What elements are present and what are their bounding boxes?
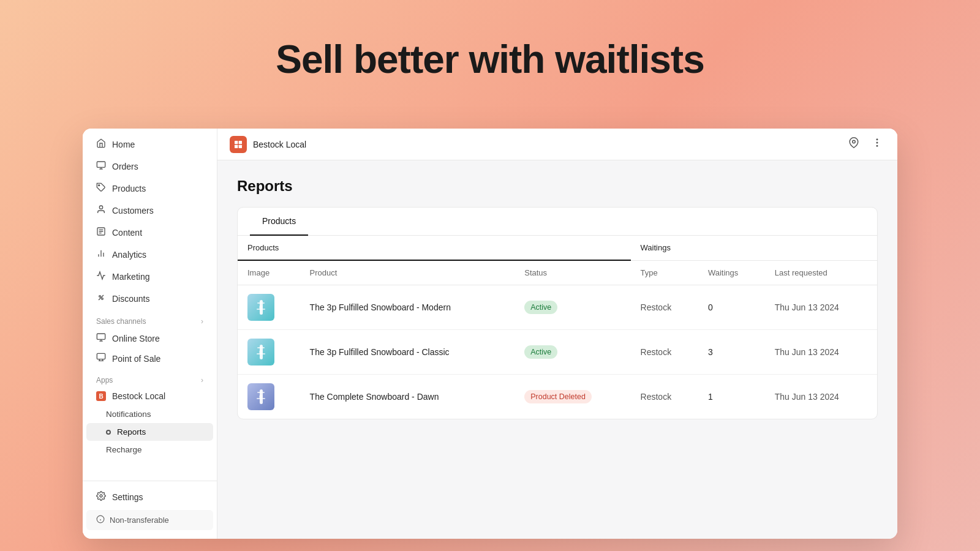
sidebar-bestock-local[interactable]: B Bestock Local xyxy=(86,387,213,405)
sidebar-nav-item-products[interactable]: Products xyxy=(86,178,213,200)
app-logo xyxy=(230,136,247,153)
pin-button[interactable] xyxy=(846,135,862,154)
svg-point-21 xyxy=(259,305,263,309)
sidebar-bottom: Settings Non-transferable xyxy=(83,481,217,539)
table-row[interactable]: The 3p Fulfilled Snowboard - ClassicActi… xyxy=(238,330,877,375)
col-last-requested: Last requested xyxy=(765,260,877,285)
type-cell: Restock xyxy=(631,285,698,330)
svg-rect-19 xyxy=(257,302,265,304)
sidebar-customers-label: Customers xyxy=(112,206,154,216)
svg-point-15 xyxy=(876,139,878,140)
settings-icon xyxy=(96,491,106,503)
sidebar-reports[interactable]: Reports xyxy=(86,423,213,441)
waitings-cell: 3 xyxy=(698,330,765,375)
sidebar-notifications[interactable]: Notifications xyxy=(86,405,213,423)
product-image-cell xyxy=(238,285,300,330)
discounts-icon xyxy=(96,293,106,305)
product-image-cell xyxy=(238,375,300,419)
table-row[interactable]: The Complete Snowboard - DawnProduct Del… xyxy=(238,375,877,419)
apps-chevron[interactable]: › xyxy=(201,376,203,384)
content-icon xyxy=(96,227,106,239)
sidebar-online-store[interactable]: Online Store xyxy=(86,328,213,348)
non-transferable-item[interactable]: Non-transferable xyxy=(86,510,213,530)
product-image xyxy=(247,383,274,410)
sidebar-nav-item-marketing[interactable]: Marketing xyxy=(86,266,213,288)
svg-point-25 xyxy=(259,350,263,354)
topbar-actions xyxy=(846,135,885,154)
sidebar-nav-item-customers[interactable]: Customers xyxy=(86,200,213,222)
status-badge: Product Deleted xyxy=(524,390,592,403)
point-of-sale-label: Point of Sale xyxy=(112,354,160,364)
svg-point-5 xyxy=(102,298,104,300)
sales-channels-chevron[interactable]: › xyxy=(201,317,203,326)
svg-point-17 xyxy=(876,146,878,147)
info-icon xyxy=(96,515,105,525)
product-name-cell: The 3p Fulfilled Snowboard - Classic xyxy=(300,330,515,375)
sidebar-content-label: Content xyxy=(112,228,142,238)
reports-table-card: Products Products Waitings Image Product… xyxy=(237,207,878,419)
col-group-header-row: Products Waitings xyxy=(238,236,877,260)
status-badge: Active xyxy=(524,301,557,314)
sidebar-analytics-label: Analytics xyxy=(112,250,146,260)
reports-label: Reports xyxy=(117,427,146,437)
bestock-local-label: Bestock Local xyxy=(112,391,165,401)
table-row[interactable]: The 3p Fulfilled Snowboard - ModernActiv… xyxy=(238,285,877,330)
recharge-label: Recharge xyxy=(106,445,142,454)
sidebar-products-label: Products xyxy=(112,184,146,193)
table-tabs: Products xyxy=(238,208,877,236)
sidebar-point-of-sale[interactable]: Point of Sale xyxy=(86,348,213,369)
svg-rect-6 xyxy=(97,334,105,339)
tab-products[interactable]: Products xyxy=(250,208,308,236)
sidebar-recharge[interactable]: Recharge xyxy=(86,441,213,459)
sidebar-nav-item-analytics[interactable]: Analytics xyxy=(86,244,213,266)
svg-rect-27 xyxy=(257,392,265,393)
topbar: Bestock Local xyxy=(217,129,897,160)
svg-point-2 xyxy=(99,206,102,209)
svg-point-8 xyxy=(100,495,102,497)
reports-bullet xyxy=(106,430,111,435)
status-cell: Active xyxy=(514,330,630,375)
svg-point-1 xyxy=(99,185,100,186)
product-image xyxy=(247,339,274,365)
online-store-label: Online Store xyxy=(112,334,160,343)
product-image xyxy=(247,294,274,321)
product-name-cell: The 3p Fulfilled Snowboard - Modern xyxy=(300,285,515,330)
customers-icon xyxy=(96,204,106,217)
col-group-products: Products xyxy=(238,236,631,260)
sidebar-nav-item-discounts[interactable]: Discounts xyxy=(86,288,213,310)
svg-rect-11 xyxy=(239,141,242,144)
last-requested-cell: Thu Jun 13 2024 xyxy=(765,285,877,330)
svg-rect-7 xyxy=(97,353,105,359)
sidebar-nav-item-orders[interactable]: Orders xyxy=(86,156,213,178)
page-title: Reports xyxy=(237,178,878,195)
last-requested-cell: Thu Jun 13 2024 xyxy=(765,375,877,419)
reports-table: Products Waitings Image Product Status T… xyxy=(238,236,877,419)
bestock-local-icon: B xyxy=(96,391,106,401)
svg-point-29 xyxy=(259,395,263,399)
col-header-row: Image Product Status Type Waitings Last … xyxy=(238,260,877,285)
col-product: Product xyxy=(300,260,515,285)
waitings-cell: 0 xyxy=(698,285,765,330)
col-status: Status xyxy=(514,260,630,285)
products-icon xyxy=(96,182,106,195)
main-content: Bestock Local Reports Products xyxy=(217,129,897,539)
non-transferable-label: Non-transferable xyxy=(110,515,169,525)
col-waitings: Waitings xyxy=(698,260,765,285)
topbar-left: Bestock Local xyxy=(230,136,306,153)
more-button[interactable] xyxy=(869,135,885,154)
sidebar-nav-item-content[interactable]: Content xyxy=(86,222,213,244)
sidebar: Home Orders Products Customers Content xyxy=(83,129,217,539)
sales-channels-section: Sales channels › xyxy=(83,310,217,328)
settings-label: Settings xyxy=(112,492,143,502)
sidebar-nav-item-home[interactable]: Home xyxy=(86,133,213,156)
col-group-waitings: Waitings xyxy=(631,236,877,260)
status-badge: Active xyxy=(524,345,557,359)
col-type: Type xyxy=(631,260,698,285)
sidebar-marketing-label: Marketing xyxy=(112,272,149,282)
page-content: Reports Products Products Waitings Image xyxy=(217,160,897,539)
orders-icon xyxy=(96,160,106,173)
product-name-cell: The Complete Snowboard - Dawn xyxy=(300,375,515,419)
home-icon xyxy=(96,138,106,151)
svg-rect-23 xyxy=(257,347,265,348)
settings-item[interactable]: Settings xyxy=(86,486,213,508)
